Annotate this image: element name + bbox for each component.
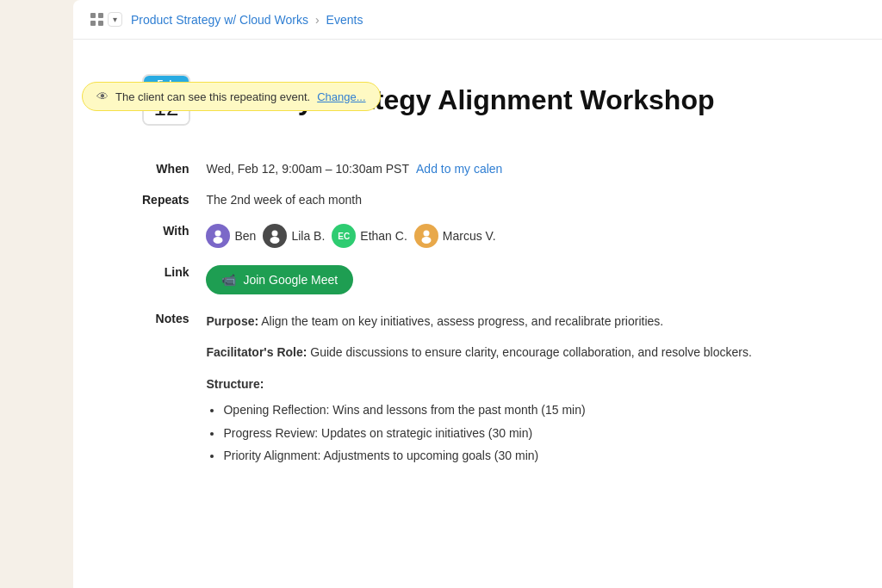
grid-icon: [90, 13, 104, 27]
facilitator-text: Guide discussions to ensure clarity, enc…: [307, 345, 751, 359]
breadcrumb-bar: ▾ Product Strategy w/ Cloud Works › Even…: [73, 0, 882, 40]
notes-purpose: Purpose: Align the team on key initiativ…: [206, 312, 751, 331]
notes-content: Purpose: Align the team on key initiativ…: [206, 312, 751, 468]
join-google-meet-button[interactable]: 📹 Join Google Meet: [206, 265, 353, 294]
breadcrumb-project-link[interactable]: Product Strategy w/ Cloud Works: [131, 13, 308, 27]
client-banner-text: The client can see this repeating event.: [115, 90, 310, 103]
when-value-row: Wed, Feb 12, 9:00am – 10:30am PST Add to…: [206, 153, 848, 184]
link-value: 📹 Join Google Meet: [206, 257, 848, 303]
repeats-text: The 2nd week of each month: [206, 193, 362, 207]
purpose-text: Align the team on key initiatives, asses…: [258, 314, 663, 328]
grid-dot-2: [98, 13, 103, 18]
details-table: When Wed, Feb 12, 9:00am – 10:30am PST A…: [142, 153, 848, 477]
structure-item-2: Progress Review: Updates on strategic in…: [223, 424, 751, 443]
avatar-marcus: [414, 224, 438, 248]
breadcrumb-current-page: Events: [326, 13, 363, 27]
svg-point-3: [270, 237, 280, 244]
with-label: With: [142, 215, 206, 246]
when-label: When: [142, 153, 206, 184]
meet-button-label: Join Google Meet: [243, 273, 338, 287]
change-link[interactable]: Change...: [317, 90, 365, 103]
grid-dot-3: [90, 21, 96, 26]
grid-icon-container: ▾: [90, 12, 122, 27]
avatar-ben: [206, 224, 230, 248]
add-to-calendar-link[interactable]: Add to my calen: [416, 162, 502, 176]
purpose-label: Purpose:: [206, 314, 258, 328]
structure-item-1: Opening Reflection: Wins and lessons fro…: [223, 400, 751, 419]
attendee-ben: Ben: [206, 224, 256, 248]
attendee-marcus: Marcus V.: [414, 224, 496, 248]
repeats-label: Repeats: [142, 184, 206, 215]
attendees-row: Ben Lila B. EC Ethan C.: [206, 215, 848, 257]
svg-point-1: [214, 237, 223, 244]
attendee-lila: Lila B.: [263, 224, 325, 248]
avatar-ethan: EC: [332, 224, 356, 248]
structure-list: Opening Reflection: Wins and lessons fro…: [206, 400, 751, 465]
attendee-ethan-name: Ethan C.: [360, 229, 407, 243]
notes-facilitator: Facilitator's Role: Guide discussions to…: [206, 343, 751, 362]
eye-icon: 👁: [96, 90, 109, 103]
svg-point-4: [423, 231, 429, 237]
notes-label: Notes: [142, 303, 206, 334]
svg-point-0: [215, 231, 221, 237]
left-sidebar: [0, 0, 73, 588]
facilitator-label: Facilitator's Role:: [206, 345, 307, 359]
attendee-marcus-name: Marcus V.: [443, 229, 496, 243]
link-label: Link: [142, 257, 206, 288]
structure-heading: Structure:: [206, 374, 751, 393]
client-visibility-banner: 👁 The client can see this repeating even…: [82, 82, 381, 111]
attendee-lila-name: Lila B.: [291, 229, 325, 243]
when-text: Wed, Feb 12, 9:00am – 10:30am PST: [206, 162, 409, 176]
svg-point-2: [272, 231, 278, 237]
attendee-ethan: EC Ethan C.: [332, 224, 407, 248]
video-icon: 📹: [221, 273, 236, 287]
attendee-ben-name: Ben: [234, 229, 256, 243]
structure-item-3: Priority Alignment: Adjustments to upcom…: [223, 446, 751, 465]
notes-value: Purpose: Align the team on key initiativ…: [206, 303, 848, 477]
main-panel: ▾ Product Strategy w/ Cloud Works › Even…: [73, 0, 882, 588]
repeats-value: The 2nd week of each month: [206, 184, 848, 215]
breadcrumb-chevron-button[interactable]: ▾: [108, 12, 122, 27]
breadcrumb-separator: ›: [315, 13, 320, 27]
grid-dot-4: [98, 21, 103, 26]
grid-dot-1: [90, 13, 96, 18]
avatar-lila: [263, 224, 287, 248]
svg-point-5: [421, 237, 431, 244]
